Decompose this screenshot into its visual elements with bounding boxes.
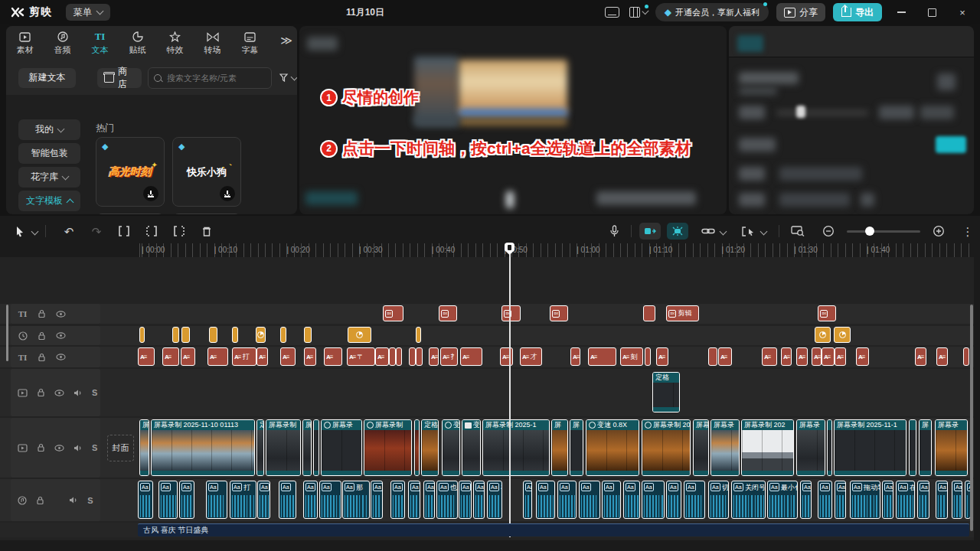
effect-clip[interactable] xyxy=(181,327,190,343)
tab-text[interactable]: TI文本 xyxy=(81,26,119,60)
track-lane-tpl[interactable]: ≡‹≡‹≡‹≡‹≡‹剪辑≡‹ xyxy=(0,304,974,324)
text-clip[interactable]: A≡ xyxy=(812,347,822,366)
solo-label[interactable]: S xyxy=(92,388,97,397)
video-clip[interactable] xyxy=(827,419,832,476)
text-template-clip[interactable]: ≡‹ xyxy=(501,305,521,321)
audio-text-clip[interactable]: Aa在 xyxy=(896,481,915,519)
eye-icon[interactable] xyxy=(54,445,64,452)
audio-text-clip[interactable]: Aa xyxy=(684,481,705,519)
video-clip[interactable]: 屏幕录 xyxy=(796,419,825,476)
audio-text-clip[interactable]: Aa xyxy=(423,481,435,519)
text-template-clip[interactable] xyxy=(643,305,655,321)
share-button[interactable]: 分享 xyxy=(776,3,825,21)
audio-text-clip[interactable]: Aa xyxy=(390,481,405,519)
window-maximize-button[interactable] xyxy=(920,0,943,24)
text-clip[interactable]: A≡ xyxy=(375,347,389,366)
video-icon[interactable] xyxy=(18,389,28,397)
effect-clip[interactable] xyxy=(256,327,266,343)
blurred-teal-button[interactable] xyxy=(936,136,966,153)
freeze-frame-clip[interactable]: 定格 xyxy=(652,372,680,412)
audio-text-clip[interactable]: Aa xyxy=(623,481,640,519)
text-template-clip[interactable]: ≡‹ xyxy=(818,305,836,321)
text-clip[interactable]: A≡ xyxy=(207,347,228,366)
audio-text-clip[interactable]: Aa xyxy=(557,481,577,519)
auto-attach-toggle[interactable] xyxy=(667,223,688,240)
clock-icon[interactable] xyxy=(18,331,28,341)
magnetic-snap-toggle[interactable] xyxy=(639,223,661,240)
cursor-link-dropdown[interactable] xyxy=(760,227,768,235)
window-minimize-button[interactable] xyxy=(890,0,913,24)
text-clip[interactable]: A≡ xyxy=(181,347,195,366)
video-clip[interactable]: 屏幕录制 xyxy=(364,419,412,476)
audio-text-clip[interactable]: Aa xyxy=(936,481,948,519)
download-button[interactable] xyxy=(143,186,158,201)
audio-text-clip[interactable]: Aa xyxy=(800,481,812,519)
audio-text-clip[interactable]: Aa最小化 xyxy=(767,481,798,519)
split-button[interactable] xyxy=(115,222,133,240)
effect-clip[interactable] xyxy=(172,327,179,343)
speaker-icon[interactable] xyxy=(74,444,83,452)
text-clip[interactable]: A≡ xyxy=(822,347,835,366)
eye-icon[interactable] xyxy=(56,354,66,360)
text-clip[interactable] xyxy=(708,347,717,366)
sidebar-item-mine[interactable]: 我的 xyxy=(18,119,80,140)
lock-icon[interactable] xyxy=(37,388,45,397)
tab-effects[interactable]: 特效 xyxy=(156,26,194,60)
audio-text-clip[interactable]: Aa xyxy=(319,481,341,519)
text-clip[interactable]: A≡〒 xyxy=(347,347,375,366)
zoom-in-button[interactable] xyxy=(929,222,948,240)
audio-text-clip[interactable]: Aa打 xyxy=(230,481,256,519)
sidebar-item-smart-pack[interactable]: 智能包装 xyxy=(18,143,80,164)
undo-button[interactable]: ↶ xyxy=(60,222,78,240)
effect-clip[interactable] xyxy=(304,327,312,343)
track-lane-audio[interactable]: AaAaAaAaAa打AaAaAaAaAa那AaAaAaAaAa也AaAaAa在… xyxy=(0,479,974,521)
video-clip[interactable]: 屏幕录制 20 xyxy=(642,419,691,476)
track-lane-pip[interactable]: 定格 xyxy=(0,369,974,416)
delete-button[interactable] xyxy=(198,222,216,240)
search-input[interactable] xyxy=(165,73,260,83)
track-header-scrollbar[interactable] xyxy=(6,305,8,361)
speaker-icon[interactable] xyxy=(74,389,83,397)
more-tabs-button[interactable]: ≫ xyxy=(280,34,292,47)
text-clip[interactable] xyxy=(389,347,396,366)
audio-text-clip[interactable]: Aa xyxy=(523,481,532,519)
audio-text-clip[interactable]: Aa xyxy=(917,481,929,519)
video-clip[interactable]: 变速 0.8X xyxy=(586,419,639,476)
text-clip[interactable]: A≡ xyxy=(588,347,616,366)
template-card[interactable]: ◆高光时刻✦ xyxy=(96,137,165,207)
vip-membership-button[interactable]: ◆ 开通会员，享新人福利 xyxy=(655,3,769,21)
split-delete-right-button[interactable] xyxy=(170,222,188,240)
video-clip[interactable] xyxy=(313,419,319,476)
timeline-more-button[interactable]: ⋮ xyxy=(959,222,977,240)
audio-text-clip[interactable]: Aa xyxy=(473,481,485,519)
new-text-button[interactable]: 新建文本 xyxy=(18,68,76,88)
tab-sticker[interactable]: 贴纸 xyxy=(119,26,156,60)
store-button[interactable]: 商店 xyxy=(97,68,142,88)
text-clip[interactable]: A≡ xyxy=(460,347,482,366)
video-clip[interactable]: 屏幕录 xyxy=(710,419,740,476)
split-delete-left-button[interactable] xyxy=(142,222,161,240)
audio-text-clip[interactable]: Aa xyxy=(835,481,846,519)
text-clip[interactable]: A≡ xyxy=(304,347,316,366)
track-header-audio[interactable]: S xyxy=(11,479,100,521)
tab-audio[interactable]: 音频 xyxy=(44,26,81,60)
text-clip[interactable]: A≡打 xyxy=(232,347,256,366)
text-clip[interactable]: A≡才 xyxy=(520,347,542,366)
audio-text-clip[interactable]: Aa关闭号 xyxy=(731,481,766,519)
text-clip[interactable] xyxy=(645,347,651,366)
track-header-tpl[interactable]: TI xyxy=(11,304,100,324)
video-clip[interactable] xyxy=(414,419,420,476)
record-voiceover-button[interactable] xyxy=(605,222,623,240)
template-card-partial[interactable]: ◆＼!／ xyxy=(172,214,241,214)
track-header-fx[interactable] xyxy=(11,326,100,345)
zoom-out-button[interactable] xyxy=(819,222,838,240)
lock-icon[interactable] xyxy=(36,496,44,505)
video-clip[interactable]: 屏幕录 xyxy=(935,419,968,476)
track-header-txt[interactable]: TI xyxy=(11,347,100,367)
tab-captions[interactable]: 字幕 xyxy=(231,26,269,60)
video-clip[interactable]: 变 xyxy=(442,419,460,476)
text-icon[interactable]: TI xyxy=(18,353,28,362)
text-template-clip[interactable]: ≡‹剪辑 xyxy=(666,305,699,321)
audio-text-clip[interactable]: Aa拖动导 xyxy=(850,481,880,519)
text-clip[interactable]: A≡ xyxy=(915,347,926,366)
